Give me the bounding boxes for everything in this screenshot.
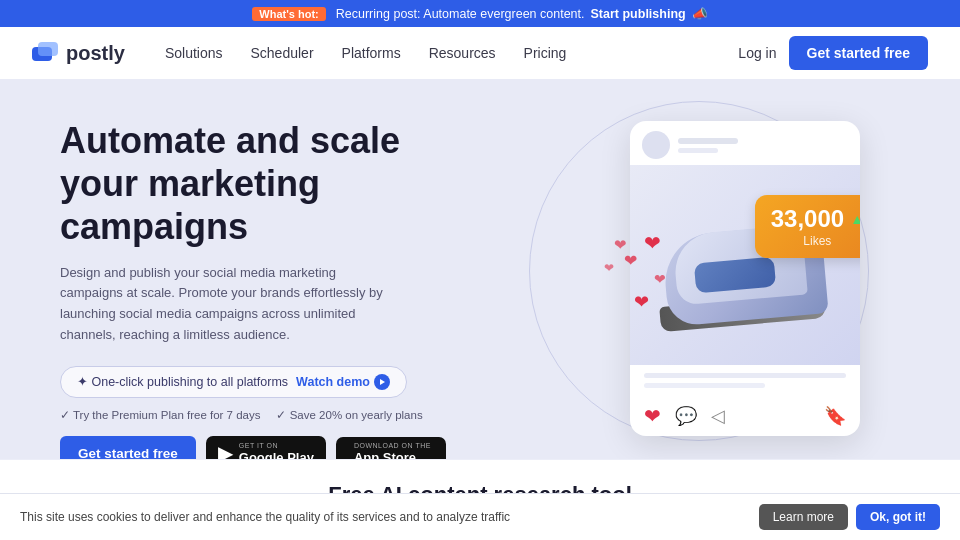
up-arrow-icon: ▲ [850,211,860,227]
get-started-nav-button[interactable]: Get started free [789,36,928,70]
heart-float-1: ❤ [634,291,649,313]
nav-resources[interactable]: Resources [429,45,496,61]
hero-title: Automate and scale your marketing campai… [60,119,440,249]
nav-links: Solutions Scheduler Platforms Resources … [165,44,738,62]
phone-image: 33,000 ▲ Likes [630,165,860,365]
svg-rect-1 [38,42,58,56]
cookie-text: This site uses cookies to deliver and en… [20,510,510,524]
share-icon[interactable]: ◁ [711,405,725,427]
likes-number: 33,000 ▲ [771,205,860,233]
header-line-2 [678,148,718,153]
announcement-bar: What's hot: Recurring post: Automate eve… [0,0,960,27]
heart-float-6: ❤ [614,236,627,254]
hot-badge: What's hot: [252,7,325,21]
google-play-text: GET IT ON Google Play [239,442,314,459]
likes-badge: 33,000 ▲ Likes [755,195,860,258]
heart-float-2: ❤ [654,271,666,287]
likes-label: Likes [771,234,860,248]
google-play-badge[interactable]: ▶ GET IT ON Google Play [206,436,326,459]
hero-description: Design and publish your social media mar… [60,263,400,346]
hero-section: Automate and scale your marketing campai… [0,79,960,459]
google-play-icon: ▶ [218,441,233,459]
trial-text-2: Save 20% on yearly plans [276,408,422,422]
app-store-badge[interactable]: DOWNLOAD ON THE App Store [336,437,446,459]
nav-pricing[interactable]: Pricing [524,45,567,61]
ok-button[interactable]: Ok, got it! [856,504,940,530]
navbar: postly Solutions Scheduler Platforms Res… [0,27,960,79]
footer-line-1 [644,373,846,378]
login-button[interactable]: Log in [738,45,776,61]
logo-text: postly [66,42,125,65]
nav-solutions[interactable]: Solutions [165,45,223,61]
cookie-buttons: Learn more Ok, got it! [759,504,940,530]
nav-scheduler[interactable]: Scheduler [251,45,314,61]
announcement-emoji: 📣 [692,6,708,21]
announcement-text: Recurring post: Automate evergreen conte… [336,7,585,21]
trial-info: Try the Premium Plan free for 7 days Sav… [60,408,486,422]
heart-icon[interactable]: ❤ [644,404,661,428]
nav-right: Log in Get started free [738,36,928,70]
heart-float-5: ❤ [644,231,661,255]
app-store-text: DOWNLOAD ON THE App Store [354,442,431,459]
trial-text-1: Try the Premium Plan free for 7 days [60,408,260,422]
phone-header [630,121,860,165]
watch-demo-link[interactable]: Watch demo [296,374,390,390]
heart-float-4: ❤ [604,261,614,275]
hero-left: Automate and scale your marketing campai… [60,111,486,459]
learn-more-button[interactable]: Learn more [759,504,848,530]
feature-pill: ✦ One-click publishing to all platforms … [60,366,407,398]
logo-icon [32,42,60,64]
header-lines [678,138,738,153]
social-icons-row: ❤ 💬 ◁ 🔖 [630,396,860,436]
announcement-cta[interactable]: Start publishing [591,7,686,21]
phone-footer [630,365,860,396]
footer-line-2 [644,383,765,388]
hero-buttons: Get started free ▶ GET IT ON Google Play… [60,436,486,459]
watch-demo-text: Watch demo [296,375,370,389]
logo[interactable]: postly [32,42,125,65]
play-icon [374,374,390,390]
bookmark-icon[interactable]: 🔖 [824,405,846,427]
cookie-bar: This site uses cookies to deliver and en… [0,493,960,540]
comment-icon[interactable]: 💬 [675,405,697,427]
feature-pill-text: ✦ One-click publishing to all platforms [77,374,288,389]
nav-platforms[interactable]: Platforms [342,45,401,61]
get-started-hero-button[interactable]: Get started free [60,436,196,459]
header-line-1 [678,138,738,144]
avatar [642,131,670,159]
hero-right: ❤ ❤ ❤ ❤ ❤ ❤ [486,111,912,459]
